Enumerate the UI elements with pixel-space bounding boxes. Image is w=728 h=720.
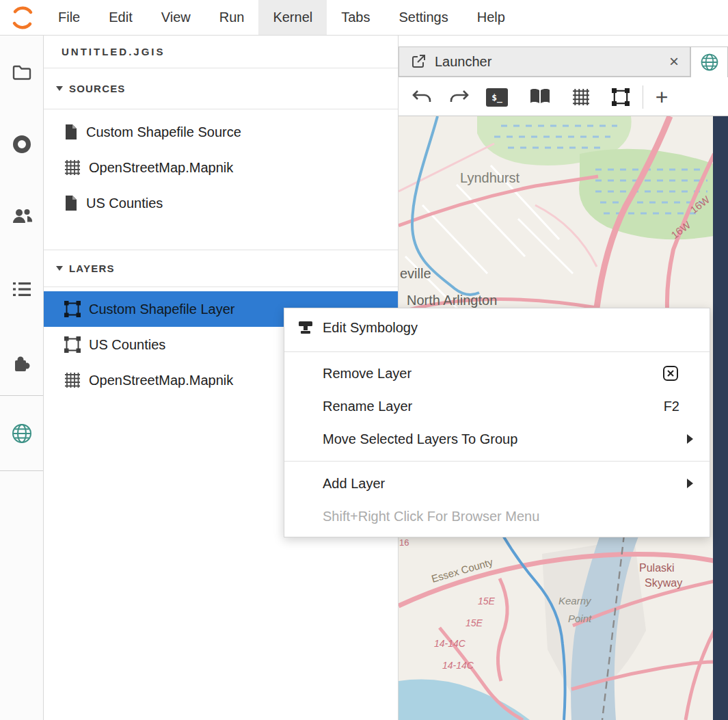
context-item-label: Shift+Right Click For Browser Menu xyxy=(323,509,539,524)
context-item-rename-layer[interactable]: Rename Layer F2 xyxy=(284,390,710,423)
activity-divider xyxy=(0,470,43,471)
sources-label: SOURCES xyxy=(69,83,126,94)
vector-layer-button[interactable] xyxy=(606,82,636,112)
context-item-edit-symbology[interactable]: Edit Symbology xyxy=(284,308,710,347)
map-label-14-14c: 14-14C xyxy=(434,638,466,649)
layer-context-menu: Edit Symbology Remove Layer Rename Layer… xyxy=(284,308,710,537)
users-icon[interactable] xyxy=(11,206,33,229)
layer-label: US Counties xyxy=(89,337,165,353)
close-icon[interactable]: × xyxy=(669,53,679,70)
source-label: Custom Shapefile Source xyxy=(86,124,241,140)
context-item-remove-layer[interactable]: Remove Layer xyxy=(284,357,710,390)
tab-bar: Launcher × xyxy=(399,36,728,77)
console-button[interactable]: $_ xyxy=(482,82,512,112)
context-item-browser-menu-hint: Shift+Right Click For Browser Menu xyxy=(284,500,710,533)
running-kernels-icon[interactable] xyxy=(12,134,32,157)
context-item-label: Add Layer xyxy=(323,476,385,492)
menu-view[interactable]: View xyxy=(147,0,205,35)
app-logo-icon xyxy=(10,5,36,31)
chevron-right-icon xyxy=(687,479,693,488)
menu-file[interactable]: File xyxy=(44,0,94,35)
context-item-label: Edit Symbology xyxy=(323,320,418,336)
chevron-down-icon xyxy=(56,86,63,91)
source-item-us-counties[interactable]: US Counties xyxy=(44,185,398,221)
map-label-kearny: Kearny xyxy=(558,595,592,606)
book-button[interactable] xyxy=(525,82,555,112)
remove-layer-icon xyxy=(662,364,679,382)
undo-icon xyxy=(411,88,433,106)
tab-label: Launcher xyxy=(435,54,661,70)
redo-button[interactable] xyxy=(444,82,474,112)
raster-grid-icon xyxy=(572,88,590,106)
map-label-16: 16 xyxy=(399,537,409,548)
add-button[interactable]: + xyxy=(647,82,677,112)
map-label-15e: 15E xyxy=(466,617,483,628)
chevron-down-icon xyxy=(56,266,63,271)
menu-kernel[interactable]: Kernel xyxy=(258,0,327,35)
map-label-point: Point xyxy=(568,613,592,624)
raster-layer-button[interactable] xyxy=(566,82,596,112)
map-label-skyway: Skyway xyxy=(645,577,682,589)
menu-settings[interactable]: Settings xyxy=(384,0,462,35)
context-item-label: Move Selected Layers To Group xyxy=(323,431,517,447)
console-icon: $_ xyxy=(486,88,508,107)
globe-icon xyxy=(699,52,720,72)
symbology-icon xyxy=(297,319,314,336)
map-label-north-arlington: North Arlington xyxy=(407,293,497,308)
menu-tabs[interactable]: Tabs xyxy=(327,0,384,35)
vector-square-icon xyxy=(612,88,630,106)
context-item-move-to-group[interactable]: Move Selected Layers To Group xyxy=(284,423,710,455)
panel-title: UNTITLED.JGIS xyxy=(44,36,398,68)
tab-gis-document[interactable] xyxy=(690,46,728,77)
activity-divider xyxy=(0,395,43,396)
chevron-right-icon xyxy=(687,434,693,444)
source-label: US Counties xyxy=(86,196,163,211)
plus-icon: + xyxy=(656,86,669,108)
table-of-contents-icon[interactable] xyxy=(12,280,32,301)
activity-bar xyxy=(0,36,44,720)
menu-help[interactable]: Help xyxy=(463,0,520,35)
map-label-15e: 15E xyxy=(478,596,496,606)
source-item-openstreetmap[interactable]: OpenStreetMap.Mapnik xyxy=(44,150,398,185)
shortcut-label: F2 xyxy=(664,399,679,414)
redo-icon xyxy=(448,88,470,106)
layers-section-header[interactable]: LAYERS xyxy=(44,250,398,287)
context-item-label: Remove Layer xyxy=(323,366,412,382)
vector-square-icon xyxy=(64,301,81,317)
tab-launcher[interactable]: Launcher × xyxy=(399,46,690,77)
undo-button[interactable] xyxy=(407,82,437,112)
layer-label: Custom Shapefile Layer xyxy=(89,302,234,317)
gis-globe-icon[interactable] xyxy=(10,422,33,448)
raster-grid-icon xyxy=(64,372,81,388)
puzzle-extension-icon[interactable] xyxy=(11,352,33,377)
map-label-14-14c: 14-14C xyxy=(442,660,474,671)
layer-label: OpenStreetMap.Mapnik xyxy=(89,373,233,388)
map-label-lyndhurst: Lyndhurst xyxy=(460,170,520,185)
map-label-pulaski: Pulaski xyxy=(639,562,675,574)
context-menu-separator xyxy=(284,461,710,462)
file-icon xyxy=(64,124,78,140)
book-icon xyxy=(529,88,551,106)
map-right-dark-strip xyxy=(713,116,728,720)
menubar: File Edit View Run Kernel Tabs Settings … xyxy=(0,0,728,36)
sources-section-header[interactable]: SOURCES xyxy=(44,68,398,109)
source-item-custom-shapefile[interactable]: Custom Shapefile Source xyxy=(44,114,398,150)
context-menu-separator xyxy=(284,351,710,352)
raster-grid-icon xyxy=(64,159,81,176)
launcher-external-link-icon xyxy=(410,53,427,70)
vector-square-icon xyxy=(64,336,81,353)
folder-icon[interactable] xyxy=(12,62,32,85)
jupytergis-app: File Edit View Run Kernel Tabs Settings … xyxy=(0,0,728,720)
context-item-add-layer[interactable]: Add Layer xyxy=(284,467,710,500)
file-icon xyxy=(64,195,78,211)
toolbar-divider xyxy=(643,85,643,109)
context-item-label: Rename Layer xyxy=(323,399,412,414)
map-toolbar: $_ xyxy=(399,77,728,116)
layers-label: LAYERS xyxy=(69,263,115,274)
source-label: OpenStreetMap.Mapnik xyxy=(89,160,233,176)
menu-edit[interactable]: Edit xyxy=(94,0,146,35)
map-label-eville: eville xyxy=(400,266,431,281)
menu-run[interactable]: Run xyxy=(205,0,259,35)
